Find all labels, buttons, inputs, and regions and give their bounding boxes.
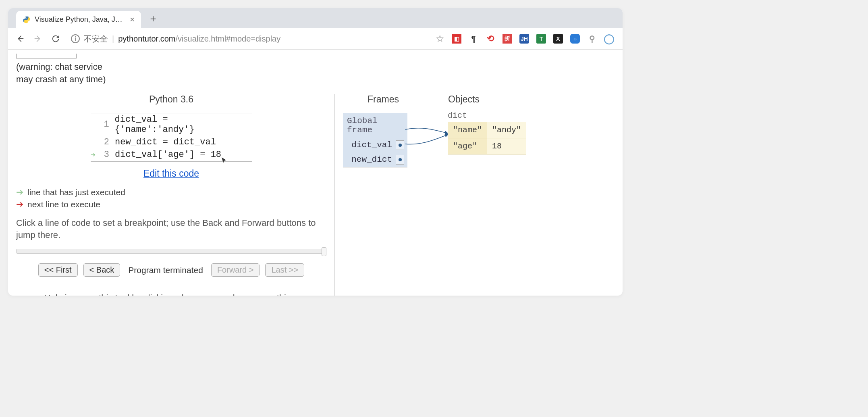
- program-status: Program terminated: [128, 265, 203, 275]
- code-pane: Python 3.6 1 dict_val = {'name':'andy'} …: [16, 90, 326, 296]
- language-title: Python 3.6: [16, 94, 326, 105]
- code-text: new_dict = dict_val: [115, 137, 216, 147]
- globe-icon[interactable]: ◯: [604, 34, 614, 44]
- python-favicon: [23, 16, 31, 24]
- object-type-label: dict: [448, 111, 526, 120]
- slider-thumb[interactable]: [322, 247, 326, 256]
- help-prompt: Help improve this tool by clicking whene…: [16, 293, 326, 296]
- green-arrow-icon: ➔: [16, 187, 23, 198]
- ext-icon-fold[interactable]: 折: [503, 34, 512, 44]
- addr-divider: |: [112, 34, 114, 44]
- shield-icon[interactable]: T: [536, 34, 546, 44]
- arrow-left-icon: [16, 34, 25, 43]
- code-line[interactable]: 1 dict_val = {'name':'andy'}: [91, 113, 252, 136]
- legend: ➔ line that has just executed ➔ next lin…: [16, 187, 326, 210]
- paragraph-icon[interactable]: ¶: [469, 34, 478, 44]
- heap-object: dict "name" "andy" "age" 18: [448, 111, 526, 154]
- legend-executed-label: line that has just executed: [27, 188, 125, 197]
- dict-row: "age" 18: [448, 138, 526, 154]
- line-number: 1: [103, 119, 115, 129]
- address-bar[interactable]: i 不安全 | pythontutor.com/visualize.html#m…: [66, 32, 432, 46]
- edit-code-link[interactable]: Edit this code: [16, 168, 326, 179]
- ext-icon-1[interactable]: ◧: [452, 34, 461, 44]
- execution-slider[interactable]: [16, 249, 326, 257]
- var-name: new_dict: [351, 155, 392, 164]
- tab-bar: Visualize Python, Java, JavaSc × +: [8, 8, 623, 28]
- forward-button[interactable]: [31, 31, 45, 46]
- dot-icon: [399, 158, 402, 161]
- browser-toolbar: i 不安全 | pythontutor.com/visualize.html#m…: [8, 28, 623, 50]
- bookmark-star-icon[interactable]: ☆: [436, 33, 444, 44]
- frames-header: Frames: [343, 94, 424, 105]
- var-name: dict_val: [351, 140, 392, 150]
- pointer-origin: [396, 140, 404, 150]
- line-number: 2: [103, 137, 115, 147]
- code-block: 1 dict_val = {'name':'andy'} 2 new_dict …: [91, 113, 252, 162]
- ext-icon-blue[interactable]: ○: [570, 34, 580, 44]
- legend-executed: ➔ line that has just executed: [16, 187, 326, 198]
- code-text: dict_val['age'] = 18: [115, 150, 221, 160]
- legend-next-label: next line to execute: [27, 200, 100, 209]
- dict-row: "name" "andy": [448, 122, 526, 138]
- visualization-pane: Frames Objects Global frame dict_val new…: [343, 90, 615, 296]
- code-line[interactable]: 2 new_dict = dict_val: [91, 136, 252, 148]
- dict-key: "name": [448, 122, 487, 138]
- frame-title: Global frame: [343, 113, 407, 138]
- dict-table: "name" "andy" "age" 18: [448, 122, 526, 154]
- frame-variable: new_dict: [343, 152, 407, 167]
- objects-header: Objects: [424, 94, 504, 105]
- executed-arrow-icon: ➔: [91, 150, 96, 160]
- red-arrow-icon: ➔: [16, 199, 23, 210]
- tab-close-icon[interactable]: ×: [130, 15, 135, 24]
- dict-val: 18: [487, 138, 526, 154]
- global-frame: Global frame dict_val new_dict: [343, 113, 407, 167]
- browser-window: Visualize Python, Java, JavaSc × + i 不安全…: [8, 8, 623, 296]
- dict-key: "age": [448, 138, 487, 154]
- tab-title: Visualize Python, Java, JavaSc: [35, 15, 126, 24]
- ext-icon-x[interactable]: X: [553, 34, 563, 44]
- back-step-button[interactable]: < Back: [83, 263, 120, 277]
- code-line[interactable]: ➔ 3 dict_val['age'] = 18: [91, 148, 252, 161]
- svg-point-1: [27, 22, 28, 23]
- vertical-divider: [334, 94, 335, 296]
- sitemap-icon[interactable]: ⚲: [587, 34, 597, 44]
- svg-point-0: [25, 17, 26, 18]
- breakpoint-hint: Click a line of code to set a breakpoint…: [16, 217, 326, 242]
- slider-track: [16, 249, 326, 254]
- legend-next: ➔ next line to execute: [16, 199, 326, 210]
- code-text: dict_val = {'name':'andy'}: [115, 115, 252, 135]
- viz-headers: Frames Objects: [343, 94, 615, 105]
- dot-icon: [399, 144, 402, 147]
- page-content: (warning: chat service may crash at any …: [8, 50, 623, 296]
- info-icon[interactable]: i: [71, 34, 80, 43]
- warning-text: (warning: chat service may crash at any …: [16, 61, 615, 86]
- forward-step-button[interactable]: Forward >: [211, 263, 260, 277]
- security-label: 不安全: [84, 33, 108, 44]
- exec-arrow-slot: ➔: [91, 150, 103, 160]
- extension-icons: ☆ ◧ ¶ ⟲ 折 JH T X ○ ⚲ ◯: [436, 33, 618, 44]
- back-button[interactable]: [13, 31, 27, 46]
- dict-val: "andy": [487, 122, 526, 138]
- reload-button[interactable]: [48, 31, 63, 46]
- pointer-origin: [396, 155, 404, 165]
- line-number: 3: [103, 150, 115, 160]
- first-button[interactable]: << First: [38, 263, 78, 277]
- arrow-right-icon: [33, 34, 42, 43]
- address-url: pythontutor.com/visualize.html#mode=disp…: [118, 34, 280, 44]
- frame-variable: dict_val: [343, 138, 407, 152]
- execution-controls: << First < Back Program terminated Forwa…: [16, 263, 326, 277]
- partial-box: [16, 54, 77, 58]
- swoosh-icon[interactable]: ⟲: [486, 34, 495, 44]
- reload-icon: [51, 34, 60, 43]
- last-button[interactable]: Last >>: [265, 263, 304, 277]
- ext-icon-jh[interactable]: JH: [519, 34, 529, 44]
- browser-tab[interactable]: Visualize Python, Java, JavaSc ×: [16, 11, 141, 28]
- new-tab-button[interactable]: +: [145, 10, 161, 27]
